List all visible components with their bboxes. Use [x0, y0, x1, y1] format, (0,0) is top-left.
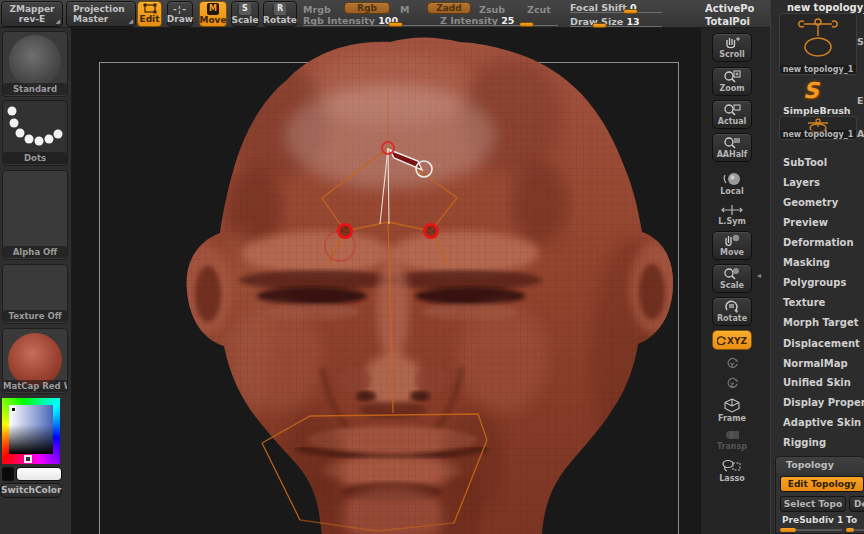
- actual-button[interactable]: Actual: [712, 100, 752, 129]
- topology-header-label: Topology: [786, 459, 834, 470]
- lsym-label: L.Sym: [718, 217, 745, 226]
- menu-normalmap[interactable]: NormalMap: [783, 358, 848, 369]
- local-label: Local: [720, 187, 743, 196]
- select-topo-button[interactable]: Select Topo: [780, 496, 846, 512]
- partial-label-s: S: [857, 36, 864, 47]
- z-intensity-track[interactable]: [438, 25, 558, 26]
- edit-button[interactable]: Edit: [137, 1, 162, 27]
- draw-label: Draw: [167, 14, 193, 24]
- zadd-toggle[interactable]: Zadd: [427, 2, 471, 14]
- rotate-r-icon: R: [274, 3, 286, 15]
- delete-topo-partial-button[interactable]: De: [849, 496, 864, 512]
- menu-adaptive-skin[interactable]: Adaptive Skin: [783, 417, 861, 428]
- transp-button[interactable]: Transp: [712, 427, 752, 452]
- menu-subtool[interactable]: SubTool: [783, 157, 827, 168]
- zbrush-window: ZMapper rev-E ◢ Projection Master ◢ Edit…: [0, 0, 864, 534]
- aahalf-button[interactable]: AAHalf: [712, 133, 752, 162]
- menu-masking[interactable]: Masking: [783, 257, 830, 268]
- m-toggle[interactable]: M: [400, 4, 409, 15]
- stroke-dots-thumb[interactable]: Dots: [2, 100, 68, 166]
- hue-marker[interactable]: [24, 455, 32, 463]
- rgb-toggle[interactable]: Rgb: [344, 2, 390, 14]
- delete-topo-partial-label: De: [854, 499, 864, 509]
- menu-display-properties[interactable]: Display Properti: [783, 397, 864, 408]
- menu-unified-skin[interactable]: Unified Skin: [783, 377, 851, 388]
- rgb-intensity-handle[interactable]: [388, 22, 403, 27]
- alpha-off-thumb[interactable]: Alpha Off: [2, 170, 68, 260]
- lsym-button[interactable]: L.Sym: [712, 202, 752, 228]
- gyro-move-button[interactable]: Move: [712, 231, 752, 260]
- gyro-move-label: Move: [720, 248, 744, 257]
- zsub-toggle[interactable]: Zsub: [479, 4, 505, 15]
- zadd-label: Zadd: [436, 3, 461, 13]
- aahalf-magnifier-icon: [723, 136, 741, 149]
- right-icon-toolbar: Scroll Zoom Actual: [700, 28, 770, 534]
- transp-icon: [723, 429, 741, 441]
- projection-master-button[interactable]: Projection Master ◢: [66, 1, 136, 27]
- tray-collapse-arrow[interactable]: ◂: [757, 271, 761, 280]
- menu-rigging[interactable]: Rigging: [783, 437, 826, 448]
- scroll-button[interactable]: Scroll: [712, 33, 752, 62]
- matcap-thumb[interactable]: MatCap Red Wa: [2, 328, 68, 394]
- primary-color-swatch[interactable]: [16, 467, 62, 481]
- simplebrush-icon[interactable]: S: [803, 78, 819, 103]
- color-picker[interactable]: [2, 398, 60, 464]
- rot-y-icon[interactable]: Y: [712, 355, 752, 372]
- active-tool-title: new topology_1: [787, 2, 864, 13]
- tool-thumb-current[interactable]: new topology_1: [779, 13, 857, 75]
- scale-label: Scale: [231, 15, 258, 25]
- menu-geometry[interactable]: Geometry: [783, 197, 838, 208]
- scale-button[interactable]: S Scale: [231, 1, 259, 27]
- move-button[interactable]: M Move: [199, 1, 227, 27]
- menu-morph-target[interactable]: Morph Target: [783, 317, 858, 328]
- gyro-scale-button[interactable]: Scale: [712, 264, 752, 293]
- rotate-button[interactable]: R Rotate: [263, 1, 297, 27]
- gyro-rotate-label: Rotate: [717, 314, 747, 323]
- zcut-toggle[interactable]: Zcut: [527, 4, 551, 15]
- sculpt-canvas[interactable]: [72, 28, 700, 534]
- zoom-button[interactable]: Zoom: [712, 67, 752, 96]
- menu-layers[interactable]: Layers: [783, 177, 820, 188]
- standard-brush-label: Standard: [3, 83, 67, 95]
- partial-label-e: E: [857, 95, 864, 106]
- menu-preview[interactable]: Preview: [783, 217, 828, 228]
- draw-size-track[interactable]: [570, 26, 662, 27]
- switch-color-button[interactable]: SwitchColor: [0, 483, 62, 498]
- secondary-color-swatch[interactable]: [2, 467, 14, 481]
- scroll-label: Scroll: [719, 50, 744, 59]
- xyz-constraint-button[interactable]: XYZ: [712, 330, 752, 350]
- rot-z-icon[interactable]: Z: [712, 375, 752, 392]
- partial-slider-handle[interactable]: [846, 528, 854, 532]
- tool-thumb-alt[interactable]: new topology_1: [779, 116, 857, 140]
- menu-displacement[interactable]: Displacement: [783, 338, 860, 349]
- z-intensity-handle[interactable]: [519, 22, 534, 27]
- texture-off-thumb[interactable]: Texture Off: [2, 264, 68, 324]
- actual-magnifier-icon: [723, 103, 741, 116]
- svg-text:Z: Z: [730, 381, 735, 388]
- rgb-intensity-track[interactable]: [303, 25, 459, 26]
- topology-section-header[interactable]: Topology: [776, 457, 864, 473]
- projection-label: Projection: [73, 4, 125, 14]
- lasso-button[interactable]: Lasso: [712, 457, 752, 485]
- menu-polygroups[interactable]: Polygroups: [783, 277, 846, 288]
- edit-topology-button[interactable]: Edit Topology: [780, 476, 864, 492]
- xyz-label: XYZ: [727, 336, 747, 346]
- focal-shift-handle[interactable]: [623, 9, 638, 14]
- brush-standard-thumb[interactable]: Standard: [2, 31, 68, 97]
- scale-s-icon: S: [239, 3, 251, 15]
- local-button[interactable]: Local: [712, 170, 752, 198]
- frame-button[interactable]: Frame: [712, 396, 752, 424]
- saturation-value-square[interactable]: [9, 405, 53, 454]
- actual-label: Actual: [718, 117, 747, 126]
- menu-texture[interactable]: Texture: [783, 297, 825, 308]
- presubdiv-handle[interactable]: [780, 528, 796, 532]
- sv-marker[interactable]: [11, 407, 16, 412]
- zmapper-button[interactable]: ZMapper rev-E ◢: [1, 1, 63, 27]
- projection-sublabel: Master: [73, 14, 108, 24]
- tool-thumb-alt-label: new topology_1: [780, 130, 856, 139]
- gyro-rotate-button[interactable]: Rotate: [712, 297, 752, 326]
- menu-deformation[interactable]: Deformation: [783, 237, 854, 248]
- draw-button[interactable]: -¦- Draw: [167, 1, 193, 27]
- mrgb-toggle[interactable]: Mrgb: [303, 4, 331, 15]
- focal-shift-track[interactable]: [570, 12, 662, 13]
